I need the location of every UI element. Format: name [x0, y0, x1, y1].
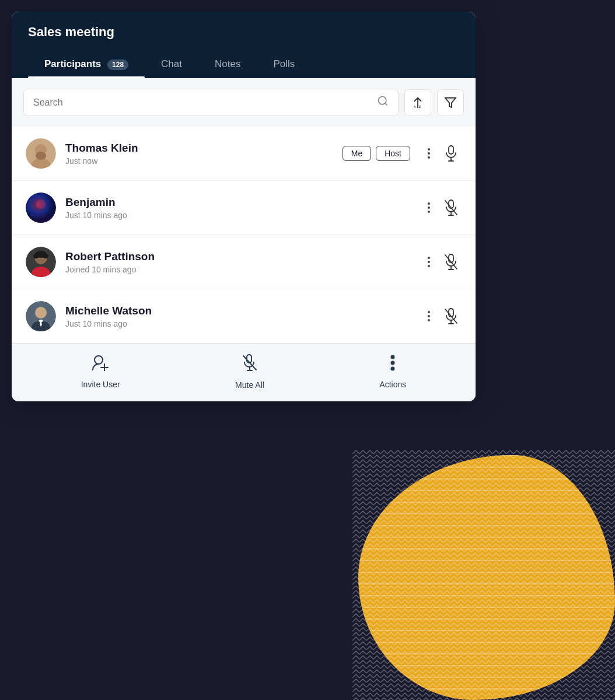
avatar [26, 138, 56, 169]
invite-user-button[interactable]: Invite User [81, 355, 120, 389]
participants-list: Thomas Klein Just now Me Host [12, 127, 476, 343]
svg-point-28 [33, 254, 39, 258]
participant-name: Thomas Klein [65, 142, 333, 155]
actions-button[interactable]: Actions [379, 355, 406, 389]
mute-all-button[interactable]: Mute All [235, 354, 264, 390]
header: Sales meeting Participants 128 Chat Note… [12, 12, 476, 78]
participant-actions [425, 306, 462, 327]
mute-all-icon [242, 354, 257, 376]
svg-point-52 [391, 361, 395, 365]
participant-info: Benjamin Just 10 mins ago [65, 196, 416, 220]
svg-point-29 [43, 254, 48, 258]
zigzag-pattern [352, 449, 615, 700]
participant-info: Michelle Watson Just 10 mins ago [65, 304, 416, 328]
search-input[interactable] [33, 97, 371, 108]
participants-badge: 128 [107, 60, 128, 70]
mic-muted-button[interactable] [441, 251, 462, 272]
tab-participants[interactable]: Participants 128 [28, 52, 145, 78]
svg-point-35 [35, 307, 47, 318]
search-area: A Z [12, 78, 476, 127]
svg-point-53 [391, 367, 395, 371]
participant-name: Benjamin [65, 196, 416, 209]
participant-info: Robert Pattinson Joined 10 mins ago [65, 250, 416, 274]
avatar [26, 192, 56, 223]
mic-muted-button[interactable] [441, 197, 462, 218]
table-row: Thomas Klein Just now Me Host [12, 127, 476, 181]
avatar [26, 301, 56, 331]
svg-text:A: A [414, 105, 416, 108]
mic-button[interactable] [441, 143, 462, 164]
avatar [26, 247, 56, 277]
participant-name: Robert Pattinson [65, 250, 416, 263]
invite-user-icon [92, 355, 109, 375]
svg-text:Z: Z [419, 105, 421, 108]
participant-status: Joined 10 mins ago [65, 265, 416, 274]
participant-name: Michelle Watson [65, 304, 416, 317]
table-row: Robert Pattinson Joined 10 mins ago [12, 235, 476, 289]
participant-status: Just 10 mins ago [65, 319, 416, 328]
svg-point-18 [26, 192, 56, 223]
table-row: Benjamin Just 10 mins ago [12, 181, 476, 235]
tab-bar: Participants 128 Chat Notes Polls [28, 52, 459, 78]
invite-user-label: Invite User [81, 380, 120, 389]
search-box [23, 89, 399, 116]
svg-marker-6 [445, 97, 456, 107]
participant-status: Just 10 mins ago [65, 211, 416, 220]
table-row: Michelle Watson Just 10 mins ago [12, 289, 476, 343]
participant-badges: Me Host [343, 146, 410, 161]
filter-button[interactable] [437, 89, 464, 116]
svg-line-2 [385, 103, 387, 106]
main-panel: Sales meeting Participants 128 Chat Note… [12, 12, 476, 401]
participant-actions [425, 197, 462, 218]
svg-point-10 [36, 152, 46, 160]
actions-icon [390, 355, 396, 375]
background-blob [358, 455, 615, 700]
participant-actions [425, 251, 462, 272]
tab-chat[interactable]: Chat [145, 52, 198, 78]
more-options-button[interactable] [425, 200, 432, 215]
svg-rect-0 [352, 449, 615, 700]
actions-label: Actions [379, 380, 406, 389]
more-options-button[interactable] [425, 146, 432, 161]
svg-rect-11 [449, 146, 453, 154]
more-options-button[interactable] [425, 309, 432, 324]
participant-status: Just now [65, 156, 333, 166]
tab-polls[interactable]: Polls [257, 52, 311, 78]
svg-point-51 [391, 355, 395, 359]
participant-actions [425, 143, 462, 164]
meeting-title: Sales meeting [28, 24, 459, 40]
search-icon [377, 95, 389, 110]
mic-muted-button[interactable] [441, 306, 462, 327]
host-badge: Host [376, 146, 410, 161]
me-badge: Me [343, 146, 371, 161]
mute-all-label: Mute All [235, 380, 264, 390]
more-options-button[interactable] [425, 254, 432, 270]
svg-point-44 [95, 356, 103, 364]
tab-notes[interactable]: Notes [198, 52, 257, 78]
participant-info: Thomas Klein Just now [65, 142, 333, 166]
sort-button[interactable]: A Z [404, 89, 431, 116]
bottom-bar: Invite User Mute All [12, 343, 476, 401]
